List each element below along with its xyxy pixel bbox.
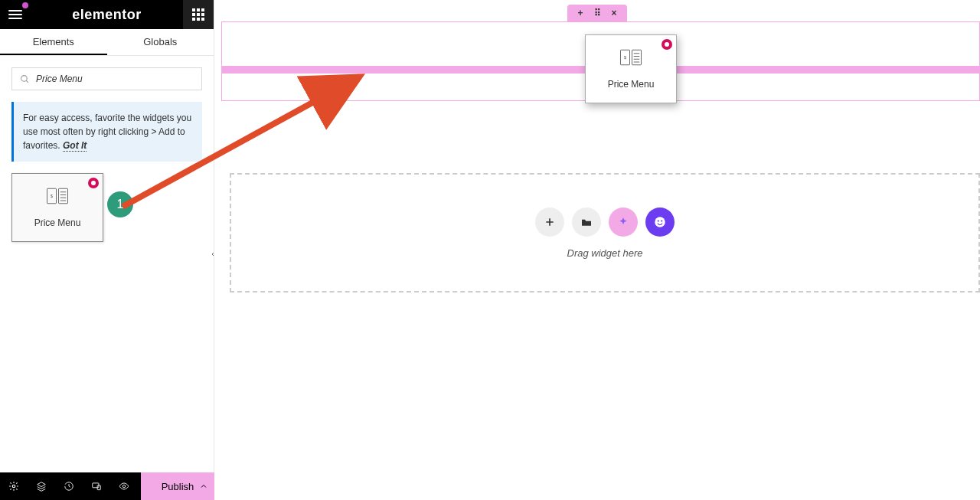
panel-header: elementor	[0, 0, 214, 29]
drag-hint-text: Drag widget here	[567, 247, 643, 259]
collapse-panel-handle[interactable]	[208, 245, 217, 263]
search-icon	[20, 74, 30, 84]
bottom-icons	[0, 481, 141, 492]
empty-section-buttons	[535, 208, 675, 237]
drag-ghost-price-menu: $ Price Menu	[585, 34, 677, 103]
price-menu-icon: $	[46, 187, 69, 208]
svg-text:$: $	[51, 194, 54, 198]
svg-point-21	[655, 217, 665, 227]
plus-icon	[544, 216, 556, 228]
preview-button[interactable]	[110, 481, 138, 492]
apps-icon	[192, 8, 204, 21]
tip-text: For easy access, favorite the widgets yo…	[23, 113, 191, 151]
smiley-icon	[653, 215, 667, 229]
favorites-tip: For easy access, favorite the widgets yo…	[11, 102, 202, 162]
svg-text:$: $	[624, 55, 627, 60]
apps-button[interactable]	[183, 0, 214, 29]
layers-icon	[36, 481, 47, 492]
notification-dot	[22, 2, 28, 8]
template-button[interactable]	[572, 208, 601, 237]
settings-button[interactable]	[0, 481, 28, 492]
panel-tabs: Elements Globals	[0, 29, 214, 56]
svg-point-10	[12, 485, 15, 488]
section-controls: + ⠿ ×	[567, 5, 627, 21]
hamburger-icon	[8, 10, 22, 19]
publish-button[interactable]: Publish	[141, 472, 214, 500]
gear-icon	[8, 481, 19, 492]
add-section-button[interactable]	[535, 208, 564, 237]
navigator-button[interactable]	[28, 481, 55, 492]
publish-label: Publish	[162, 481, 194, 492]
svg-point-22	[658, 220, 659, 221]
widget-price-menu[interactable]: $ Price Menu	[11, 173, 103, 242]
section-add-button[interactable]: +	[573, 8, 587, 18]
panel-bottom-bar: Publish	[0, 472, 214, 500]
search-wrap	[0, 56, 214, 102]
empty-drop-section[interactable]: Drag widget here	[230, 173, 980, 292]
svg-rect-4	[59, 188, 68, 204]
svg-point-0	[21, 75, 28, 81]
sparkle-icon	[617, 216, 629, 228]
ghost-label: Price Menu	[608, 79, 655, 90]
brand-logo: elementor	[31, 7, 183, 23]
eye-icon	[119, 481, 129, 492]
chevron-up-icon	[199, 482, 208, 491]
menu-button[interactable]	[0, 0, 31, 29]
svg-point-23	[661, 220, 662, 221]
responsive-button[interactable]	[83, 481, 110, 492]
pro-badge-icon	[662, 39, 672, 50]
devices-icon	[91, 481, 102, 492]
svg-point-13	[122, 485, 126, 488]
widget-label: Price Menu	[34, 217, 81, 228]
chevron-left-icon	[210, 250, 216, 258]
tab-globals[interactable]: Globals	[107, 29, 214, 55]
editor-canvas[interactable]: + ⠿ × $ Price Menu	[214, 0, 980, 500]
svg-rect-16	[632, 50, 642, 65]
svg-line-1	[26, 80, 28, 83]
ai-button[interactable]	[609, 208, 638, 237]
search-input[interactable]	[36, 74, 194, 84]
search-box[interactable]	[11, 67, 202, 90]
container-button[interactable]	[645, 208, 675, 237]
history-icon	[64, 481, 74, 492]
folder-icon	[580, 216, 593, 228]
section-close-button[interactable]: ×	[607, 8, 621, 18]
tip-gotit[interactable]: Got It	[63, 140, 87, 152]
widgets-panel: elementor Elements Globals For easy acce…	[0, 0, 214, 500]
section-drag-handle[interactable]: ⠿	[590, 8, 604, 18]
annotation-step-1: 1	[107, 191, 133, 217]
pro-badge-icon	[88, 178, 99, 188]
history-button[interactable]	[55, 481, 83, 492]
price-menu-icon: $	[619, 48, 642, 70]
tab-elements[interactable]: Elements	[0, 29, 107, 55]
